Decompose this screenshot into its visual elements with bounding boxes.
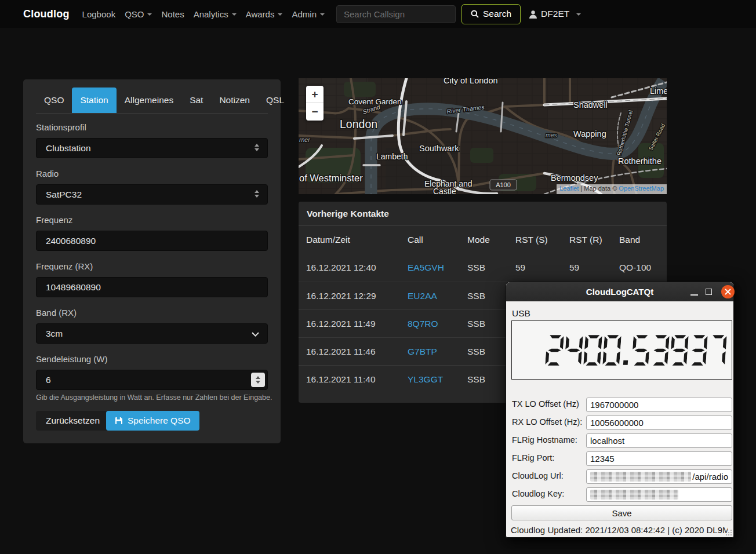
username: DF2ET — [541, 9, 569, 19]
cloudlog-url-row: CloudLog Url: /api/radio — [506, 469, 733, 484]
frequenz-rx-input[interactable] — [36, 277, 268, 297]
callsign-link[interactable]: G7BTP — [408, 347, 467, 357]
nav-item-qso[interactable]: QSO — [121, 9, 155, 19]
updown-arrows-icon — [255, 144, 259, 151]
tab-station[interactable]: Station — [72, 88, 116, 113]
flrig-port-input[interactable] — [586, 451, 732, 466]
close-button[interactable] — [721, 285, 735, 298]
updown-arrows-icon — [255, 190, 259, 198]
lcd-digit — [650, 334, 670, 366]
quantity-stepper[interactable] — [251, 373, 265, 387]
flrig-hostname-label: FLRig Hostname: — [512, 435, 577, 444]
table-cell: 16.12.2021 11:46 — [306, 347, 408, 357]
table-cell: 59 — [569, 263, 619, 273]
frequenz-input[interactable] — [36, 231, 268, 251]
nav-item-awards[interactable]: Awards — [242, 9, 286, 19]
minimize-button[interactable] — [690, 294, 698, 296]
tab-qsl[interactable]: QSL — [258, 88, 292, 113]
app-brand[interactable]: Cloudlog — [23, 8, 70, 20]
cloudlog-url-input[interactable]: /api/radio — [586, 469, 732, 484]
tab-sat[interactable]: Sat — [181, 88, 211, 113]
map-label: Lambeth — [376, 152, 408, 161]
chevron-down-icon — [320, 13, 325, 16]
search-button[interactable]: Search — [461, 4, 521, 24]
user-menu[interactable]: DF2ET — [529, 9, 581, 19]
nav-item-admin[interactable]: Admin — [288, 9, 328, 19]
map-label: City of London — [444, 78, 498, 85]
resize-grip[interactable] — [725, 529, 732, 536]
lcd-digit — [670, 334, 689, 366]
tx-lo-offset-label: TX LO Offset (Hz) — [512, 399, 579, 409]
nav-item-logbook[interactable]: Logbook — [79, 9, 119, 19]
radio-label: Radio — [36, 169, 59, 178]
band-rx-select[interactable]: 3cm — [36, 323, 268, 344]
window-statusbar: Cloudlog Updated: 2021/12/03 08:42:42 | … — [511, 522, 728, 538]
lcd-digit — [631, 334, 650, 366]
map-label: Wapping — [573, 129, 606, 138]
lcd-digit — [708, 334, 727, 366]
tab-allgemeines[interactable]: Allgemeines — [117, 88, 181, 113]
callsign-link[interactable]: YL3GGT — [408, 374, 467, 385]
sendeleistung-label: Sendeleistung (W) — [36, 354, 107, 364]
cloudlog-key-input[interactable] — [586, 487, 732, 502]
zoom-in-button[interactable]: + — [306, 86, 324, 103]
map-label: London — [340, 118, 377, 130]
flrig-port-row: FLRig Port: — [506, 451, 733, 466]
map-label: Rotherhithe — [618, 156, 662, 166]
nav-item-notes[interactable]: Notes — [158, 9, 187, 19]
stationsprofil-select[interactable]: Clubstation — [36, 138, 268, 158]
callsign-link[interactable]: 8Q7RO — [408, 319, 467, 329]
stationsprofil-label: Stationsprofil — [36, 122, 86, 132]
rx-lo-offset-row: RX LO Offset (Hz): — [506, 416, 733, 430]
save-icon — [115, 417, 123, 425]
catqt-save-button[interactable]: Save — [511, 505, 732, 520]
table-cell: QO-100 — [619, 263, 667, 273]
chevron-down-icon — [278, 13, 282, 16]
band-rx-label: Band (RX) — [36, 308, 77, 318]
sendeleistung-input[interactable] — [36, 370, 268, 390]
osm-link[interactable]: OpenStreetMap — [619, 185, 664, 192]
zoom-out-button[interactable]: − — [306, 103, 324, 121]
qso-tabs: QSO Station Allgemeines Sat Notizen QSL — [36, 88, 268, 114]
cloudlog-key-label: Cloudlog Key: — [512, 489, 564, 498]
table-cell: 16.12.2021 12:40 — [306, 263, 408, 273]
location-map[interactable]: A100 City of LondonCovent GardenStrandLo… — [299, 78, 667, 194]
tab-qso[interactable]: QSO — [36, 88, 72, 113]
reset-button[interactable]: Zurücksetzen — [36, 411, 110, 431]
rx-lo-offset-input[interactable] — [586, 416, 732, 430]
cloudlogcatqt-window[interactable]: CloudLogCATQt USB TX LO Offset (Hz) RX L… — [506, 282, 734, 538]
table-cell: 16.12.2021 12:29 — [306, 291, 408, 301]
table-cell: 16.12.2021 11:40 — [306, 374, 408, 385]
callsign-link[interactable]: EA5GVH — [408, 263, 467, 273]
map-label: rner — [299, 136, 310, 143]
svg-text:A100: A100 — [496, 181, 511, 188]
lcd-digit — [583, 334, 602, 366]
maximize-button[interactable] — [706, 289, 712, 295]
lcd-digit — [564, 334, 583, 366]
url-suffix: /api/radio — [692, 470, 728, 483]
chevron-down-icon — [232, 13, 237, 16]
lcd-digit — [689, 334, 708, 366]
frequenz-rx-label: Frequenz (RX) — [36, 261, 93, 271]
table-cell: 16.12.2021 11:49 — [306, 319, 408, 329]
chevron-down-icon — [252, 332, 259, 337]
radio-select[interactable]: SatPC32 — [36, 184, 268, 205]
user-icon — [529, 10, 537, 19]
cloudlog-url-label: CloudLog Url: — [512, 471, 564, 480]
tx-lo-offset-input[interactable] — [586, 398, 732, 412]
window-titlebar[interactable]: CloudLogCATQt — [506, 282, 733, 301]
top-navbar: Cloudlog Logbook QSO Notes Analytics Awa… — [0, 0, 756, 28]
save-qso-button[interactable]: Speichere QSO — [106, 411, 199, 431]
callsign-link[interactable]: EU2AA — [408, 291, 467, 301]
search-input[interactable] — [336, 5, 456, 23]
sendeleistung-help: Gib die Ausgangsleistung in Watt an. Erf… — [36, 393, 272, 402]
map-tiles: A100 City of LondonCovent GardenStrandLo… — [299, 78, 667, 194]
frequency-lcd-display — [511, 320, 732, 380]
tab-notizen[interactable]: Notizen — [211, 88, 258, 113]
flrig-hostname-input[interactable] — [586, 433, 732, 448]
qso-entry-card: QSO Station Allgemeines Sat Notizen QSL … — [23, 79, 281, 443]
cloudlog-key-row: Cloudlog Key: — [506, 487, 733, 502]
leaflet-link[interactable]: Leaflet — [559, 185, 579, 192]
road-badge: A100 — [490, 180, 517, 190]
nav-item-analytics[interactable]: Analytics — [190, 9, 240, 19]
